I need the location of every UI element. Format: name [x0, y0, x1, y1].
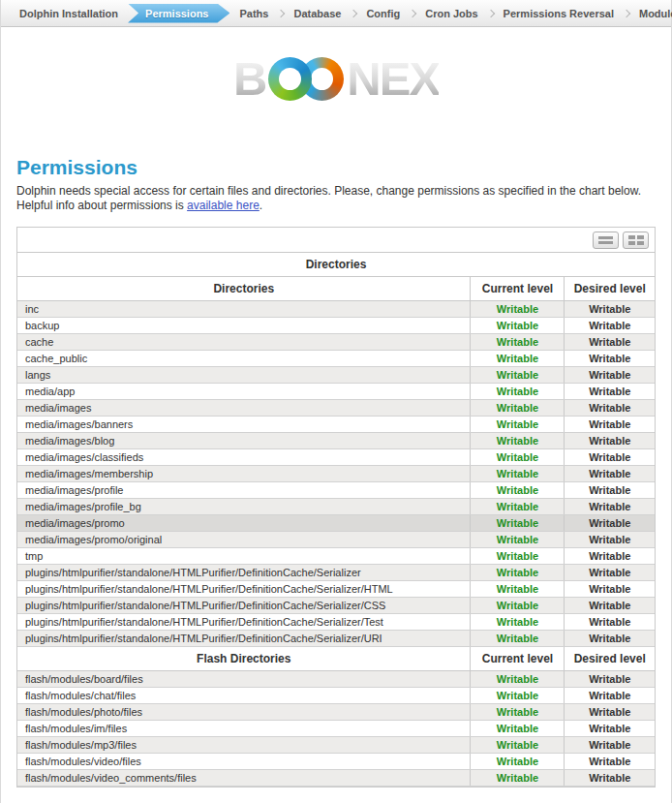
table-row: media/images/classifiedsWritableWritable [17, 448, 655, 465]
table-row: flash/modules/photo/filesWritableWritabl… [17, 703, 655, 720]
current-level-value: Writable [471, 720, 565, 736]
current-level-value: Writable [471, 399, 565, 416]
table-row: flash/modules/video_comments/filesWritab… [17, 769, 655, 786]
table-row: media/images/blogWritableWritable [17, 432, 655, 448]
desired-level-value: Writable [565, 416, 655, 432]
breadcrumb-item-permissions-reversal[interactable]: Permissions Reversal [495, 8, 623, 19]
current-level-value: Writable [471, 333, 565, 350]
table-row: incWritableWritable [17, 300, 655, 317]
breadcrumb-item-database[interactable]: Database [285, 8, 350, 19]
column-header-desired-level: Desired level [565, 276, 655, 300]
desired-level-value: Writable [565, 333, 655, 350]
desired-level-value: Writable [565, 753, 655, 769]
directory-path: media/images/blog [17, 432, 471, 448]
current-level-value: Writable [471, 448, 565, 465]
content-area: Permissions Dolphin needs special access… [1, 156, 671, 788]
breadcrumb-item-paths[interactable]: Paths [230, 8, 277, 19]
current-level-value: Writable [471, 547, 565, 564]
table-row: media/images/profile_bgWritableWritable [17, 498, 655, 514]
table-row: media/images/bannersWritableWritable [17, 416, 655, 432]
directory-path: plugins/htmlpurifier/standalone/HTMLPuri… [17, 613, 471, 630]
breadcrumb-item-permissions[interactable]: Permissions [128, 4, 229, 23]
description-line2-suffix: . [260, 199, 262, 212]
directory-path: media/images/profile_bg [17, 498, 471, 514]
current-level-value: Writable [471, 317, 565, 333]
table-row: plugins/htmlpurifier/standalone/HTMLPuri… [17, 630, 655, 646]
table-row: flash/modules/video/filesWritableWritabl… [17, 753, 655, 769]
logo-letter-b: B [233, 53, 265, 104]
directory-path: media/app [17, 383, 471, 399]
desired-level-value: Writable [565, 399, 655, 416]
directory-path: tmp [17, 547, 471, 564]
breadcrumb-separator-icon [350, 9, 357, 16]
desired-level-value: Writable [565, 300, 655, 317]
desired-level-value: Writable [565, 383, 655, 399]
directory-path: media/images/promo/original [17, 531, 471, 547]
desired-level-value: Writable [565, 687, 655, 703]
logo-letters-nex: NEX [347, 53, 439, 104]
table-row: tmpWritableWritable [17, 547, 655, 564]
directory-path: plugins/htmlpurifier/standalone/HTMLPuri… [17, 564, 471, 580]
breadcrumb: Dolphin InstallationPermissionsPathsData… [1, 0, 671, 27]
desired-level-value: Writable [565, 597, 655, 613]
desired-level-value: Writable [565, 481, 655, 498]
current-level-value: Writable [471, 481, 565, 498]
current-level-value: Writable [471, 753, 565, 769]
section-header-row: DirectoriesCurrent levelDesired level [17, 276, 655, 300]
permissions-panel: DirectoriesDirectoriesCurrent levelDesir… [16, 227, 656, 788]
table-row: cacheWritableWritable [17, 333, 655, 350]
directory-path: media/images/classifieds [17, 448, 471, 465]
desired-level-value: Writable [565, 366, 655, 383]
table-row: flash/modules/im/filesWritableWritable [17, 720, 655, 736]
table-row: backupWritableWritable [17, 317, 655, 333]
section-header-name: Flash Directories [17, 646, 471, 670]
breadcrumb-item-modules[interactable]: Modules [630, 8, 672, 19]
table-row: media/imagesWritableWritable [17, 399, 655, 416]
breadcrumb-separator-icon [486, 9, 494, 16]
current-level-value: Writable [471, 432, 565, 448]
available-here-link[interactable]: available here [187, 199, 260, 212]
directory-path: backup [17, 317, 471, 333]
column-header-current-level: Current level [471, 276, 565, 300]
breadcrumb-item-config[interactable]: Config [357, 8, 409, 19]
table-row: flash/modules/mp3/filesWritableWritable [17, 736, 655, 753]
list-view-button[interactable] [593, 232, 619, 249]
desired-level-value: Writable [565, 531, 655, 547]
breadcrumb-item-cron-jobs[interactable]: Cron Jobs [416, 8, 486, 19]
current-level-value: Writable [471, 597, 565, 613]
current-level-value: Writable [471, 687, 565, 703]
breadcrumb-item-dolphin-installation[interactable]: Dolphin Installation [11, 8, 127, 19]
breadcrumb-separator-icon [277, 9, 285, 16]
desired-level-value: Writable [565, 448, 655, 465]
current-level-value: Writable [471, 670, 565, 687]
desired-level-value: Writable [565, 580, 655, 597]
table-row: plugins/htmlpurifier/standalone/HTMLPuri… [17, 580, 655, 597]
directory-path: flash/modules/im/files [17, 720, 471, 736]
directory-path: flash/modules/video_comments/files [17, 769, 471, 786]
current-level-value: Writable [471, 350, 565, 366]
current-level-value: Writable [471, 580, 565, 597]
desired-level-value: Writable [565, 317, 655, 333]
grid-view-button[interactable] [623, 232, 649, 249]
current-level-value: Writable [471, 514, 565, 531]
current-level-value: Writable [471, 465, 565, 481]
table-row: flash/modules/chat/filesWritableWritable [17, 687, 655, 703]
desired-level-value: Writable [565, 613, 655, 630]
grid-view-icon [628, 235, 644, 245]
current-level-value: Writable [471, 498, 565, 514]
description-line2-prefix: Helpful info about permissions is [16, 199, 187, 212]
directory-path: langs [17, 366, 471, 383]
current-level-value: Writable [471, 630, 565, 646]
breadcrumb-separator-icon [623, 9, 630, 16]
desired-level-value: Writable [565, 547, 655, 564]
current-level-value: Writable [471, 736, 565, 753]
table-row: media/appWritableWritable [17, 383, 655, 399]
directory-path: flash/modules/board/files [17, 670, 471, 687]
current-level-value: Writable [471, 300, 565, 317]
list-view-icon [598, 236, 613, 244]
directory-path: media/images/membership [17, 465, 471, 481]
directory-path: media/images [17, 399, 471, 416]
desired-level-value: Writable [565, 564, 655, 580]
current-level-value: Writable [471, 769, 565, 786]
table-row: media/images/membershipWritableWritable [17, 465, 655, 481]
